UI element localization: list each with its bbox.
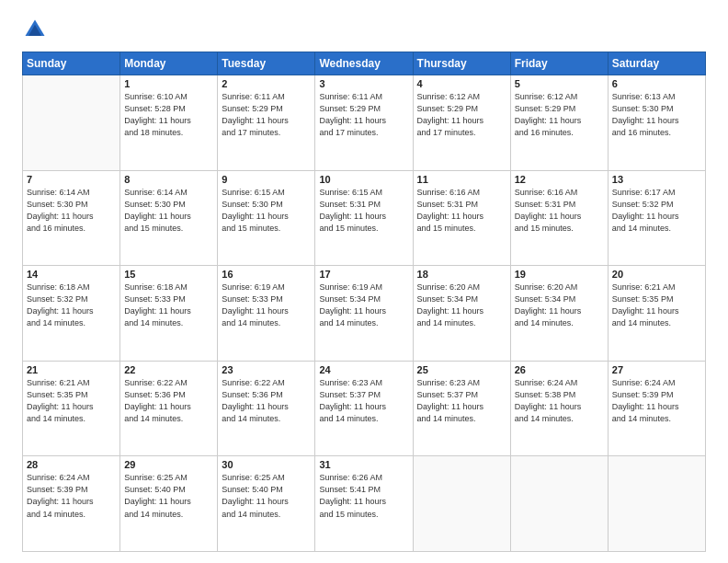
day-info: Sunrise: 6:22 AMSunset: 5:36 PMDaylight:… bbox=[124, 377, 213, 425]
day-number: 13 bbox=[612, 174, 701, 185]
calendar-cell: 3Sunrise: 6:11 AMSunset: 5:29 PMDaylight… bbox=[315, 75, 413, 171]
calendar-cell: 22Sunrise: 6:22 AMSunset: 5:36 PMDayligh… bbox=[120, 361, 218, 456]
day-number: 9 bbox=[222, 174, 311, 185]
day-number: 23 bbox=[222, 364, 311, 375]
day-number: 25 bbox=[417, 364, 506, 375]
calendar-cell: 28Sunrise: 6:24 AMSunset: 5:39 PMDayligh… bbox=[23, 456, 120, 552]
day-info: Sunrise: 6:19 AMSunset: 5:34 PMDaylight:… bbox=[319, 282, 408, 329]
calendar-header-sunday: Sunday bbox=[23, 52, 120, 75]
calendar-cell: 31Sunrise: 6:26 AMSunset: 5:41 PMDayligh… bbox=[315, 456, 413, 552]
day-number: 3 bbox=[319, 78, 408, 89]
day-info: Sunrise: 6:15 AMSunset: 5:31 PMDaylight:… bbox=[319, 187, 408, 235]
day-number: 11 bbox=[417, 174, 506, 185]
calendar-cell: 27Sunrise: 6:24 AMSunset: 5:39 PMDayligh… bbox=[608, 361, 705, 456]
calendar-cell: 23Sunrise: 6:22 AMSunset: 5:36 PMDayligh… bbox=[218, 361, 315, 456]
calendar-cell: 15Sunrise: 6:18 AMSunset: 5:33 PMDayligh… bbox=[120, 266, 218, 362]
calendar-cell: 11Sunrise: 6:16 AMSunset: 5:31 PMDayligh… bbox=[413, 170, 510, 266]
day-info: Sunrise: 6:14 AMSunset: 5:30 PMDaylight:… bbox=[124, 187, 213, 235]
day-info: Sunrise: 6:25 AMSunset: 5:40 PMDaylight:… bbox=[222, 472, 311, 520]
day-number: 21 bbox=[27, 364, 116, 375]
day-info: Sunrise: 6:10 AMSunset: 5:28 PMDaylight:… bbox=[124, 91, 213, 139]
day-number: 6 bbox=[612, 78, 701, 89]
calendar-cell: 19Sunrise: 6:20 AMSunset: 5:34 PMDayligh… bbox=[510, 266, 608, 362]
day-number: 30 bbox=[222, 459, 311, 470]
calendar-cell: 20Sunrise: 6:21 AMSunset: 5:35 PMDayligh… bbox=[608, 266, 705, 362]
calendar-week-3: 21Sunrise: 6:21 AMSunset: 5:35 PMDayligh… bbox=[23, 361, 706, 456]
day-number: 12 bbox=[515, 174, 604, 185]
day-info: Sunrise: 6:11 AMSunset: 5:29 PMDaylight:… bbox=[319, 91, 408, 139]
day-info: Sunrise: 6:26 AMSunset: 5:41 PMDaylight:… bbox=[319, 472, 408, 520]
calendar-cell: 10Sunrise: 6:15 AMSunset: 5:31 PMDayligh… bbox=[315, 170, 413, 266]
day-number: 14 bbox=[27, 269, 116, 280]
calendar-week-1: 7Sunrise: 6:14 AMSunset: 5:30 PMDaylight… bbox=[23, 170, 706, 266]
calendar-cell: 29Sunrise: 6:25 AMSunset: 5:40 PMDayligh… bbox=[120, 456, 218, 552]
calendar-cell: 5Sunrise: 6:12 AMSunset: 5:29 PMDaylight… bbox=[510, 75, 608, 171]
day-number: 27 bbox=[612, 364, 701, 375]
calendar-header-saturday: Saturday bbox=[608, 52, 705, 75]
day-info: Sunrise: 6:23 AMSunset: 5:37 PMDaylight:… bbox=[319, 377, 408, 425]
calendar-cell bbox=[23, 75, 120, 171]
day-info: Sunrise: 6:24 AMSunset: 5:38 PMDaylight:… bbox=[515, 377, 604, 425]
calendar-header-monday: Monday bbox=[120, 52, 218, 75]
day-number: 18 bbox=[417, 269, 506, 280]
day-info: Sunrise: 6:18 AMSunset: 5:33 PMDaylight:… bbox=[124, 282, 213, 329]
day-number: 31 bbox=[319, 459, 408, 470]
calendar-header-thursday: Thursday bbox=[413, 52, 510, 75]
day-number: 22 bbox=[124, 364, 213, 375]
calendar-header-friday: Friday bbox=[510, 52, 608, 75]
day-info: Sunrise: 6:20 AMSunset: 5:34 PMDaylight:… bbox=[515, 282, 604, 329]
day-info: Sunrise: 6:21 AMSunset: 5:35 PMDaylight:… bbox=[27, 377, 116, 425]
day-info: Sunrise: 6:24 AMSunset: 5:39 PMDaylight:… bbox=[612, 377, 701, 425]
calendar-cell: 26Sunrise: 6:24 AMSunset: 5:38 PMDayligh… bbox=[510, 361, 608, 456]
day-info: Sunrise: 6:20 AMSunset: 5:34 PMDaylight:… bbox=[417, 282, 506, 329]
day-number: 16 bbox=[222, 269, 311, 280]
page: SundayMondayTuesdayWednesdayThursdayFrid… bbox=[0, 0, 728, 563]
day-info: Sunrise: 6:11 AMSunset: 5:29 PMDaylight:… bbox=[222, 91, 311, 139]
day-number: 29 bbox=[124, 459, 213, 470]
calendar-cell: 1Sunrise: 6:10 AMSunset: 5:28 PMDaylight… bbox=[120, 75, 218, 171]
day-info: Sunrise: 6:23 AMSunset: 5:37 PMDaylight:… bbox=[417, 377, 506, 425]
day-number: 20 bbox=[612, 269, 701, 280]
day-info: Sunrise: 6:15 AMSunset: 5:30 PMDaylight:… bbox=[222, 187, 311, 235]
day-info: Sunrise: 6:18 AMSunset: 5:32 PMDaylight:… bbox=[27, 282, 116, 329]
calendar-week-2: 14Sunrise: 6:18 AMSunset: 5:32 PMDayligh… bbox=[23, 266, 706, 362]
calendar-cell: 18Sunrise: 6:20 AMSunset: 5:34 PMDayligh… bbox=[413, 266, 510, 362]
day-info: Sunrise: 6:14 AMSunset: 5:30 PMDaylight:… bbox=[27, 187, 116, 235]
day-number: 5 bbox=[515, 78, 604, 89]
day-info: Sunrise: 6:22 AMSunset: 5:36 PMDaylight:… bbox=[222, 377, 311, 425]
day-number: 7 bbox=[27, 174, 116, 185]
calendar-week-4: 28Sunrise: 6:24 AMSunset: 5:39 PMDayligh… bbox=[23, 456, 706, 552]
header bbox=[22, 17, 706, 42]
day-number: 17 bbox=[319, 269, 408, 280]
day-number: 24 bbox=[319, 364, 408, 375]
calendar-cell: 16Sunrise: 6:19 AMSunset: 5:33 PMDayligh… bbox=[218, 266, 315, 362]
logo-icon bbox=[22, 17, 48, 42]
calendar-cell: 2Sunrise: 6:11 AMSunset: 5:29 PMDaylight… bbox=[218, 75, 315, 171]
calendar-cell: 7Sunrise: 6:14 AMSunset: 5:30 PMDaylight… bbox=[23, 170, 120, 266]
calendar-cell: 24Sunrise: 6:23 AMSunset: 5:37 PMDayligh… bbox=[315, 361, 413, 456]
day-number: 19 bbox=[515, 269, 604, 280]
day-info: Sunrise: 6:13 AMSunset: 5:30 PMDaylight:… bbox=[612, 91, 701, 139]
calendar-table: SundayMondayTuesdayWednesdayThursdayFrid… bbox=[22, 52, 706, 552]
day-number: 2 bbox=[222, 78, 311, 89]
day-number: 10 bbox=[319, 174, 408, 185]
calendar-header-row: SundayMondayTuesdayWednesdayThursdayFrid… bbox=[23, 52, 706, 75]
calendar-cell bbox=[510, 456, 608, 552]
day-info: Sunrise: 6:25 AMSunset: 5:40 PMDaylight:… bbox=[124, 472, 213, 520]
day-info: Sunrise: 6:21 AMSunset: 5:35 PMDaylight:… bbox=[612, 282, 701, 329]
day-info: Sunrise: 6:24 AMSunset: 5:39 PMDaylight:… bbox=[27, 472, 116, 520]
logo bbox=[22, 17, 51, 42]
calendar-cell: 9Sunrise: 6:15 AMSunset: 5:30 PMDaylight… bbox=[218, 170, 315, 266]
calendar-header-wednesday: Wednesday bbox=[315, 52, 413, 75]
calendar-week-0: 1Sunrise: 6:10 AMSunset: 5:28 PMDaylight… bbox=[23, 75, 706, 171]
day-number: 8 bbox=[124, 174, 213, 185]
calendar-cell: 6Sunrise: 6:13 AMSunset: 5:30 PMDaylight… bbox=[608, 75, 705, 171]
day-info: Sunrise: 6:16 AMSunset: 5:31 PMDaylight:… bbox=[515, 187, 604, 235]
calendar-cell bbox=[608, 456, 705, 552]
day-number: 28 bbox=[27, 459, 116, 470]
calendar-cell bbox=[413, 456, 510, 552]
calendar-cell: 30Sunrise: 6:25 AMSunset: 5:40 PMDayligh… bbox=[218, 456, 315, 552]
calendar-cell: 8Sunrise: 6:14 AMSunset: 5:30 PMDaylight… bbox=[120, 170, 218, 266]
calendar-cell: 25Sunrise: 6:23 AMSunset: 5:37 PMDayligh… bbox=[413, 361, 510, 456]
day-number: 4 bbox=[417, 78, 506, 89]
